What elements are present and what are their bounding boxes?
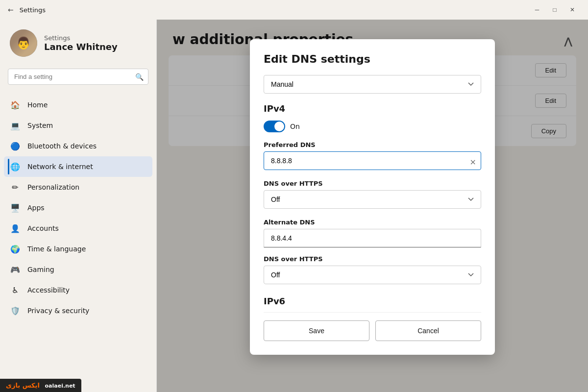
ipv6-section: IPv6 bbox=[264, 296, 481, 306]
sidebar-item-label: Apps bbox=[27, 204, 45, 212]
sidebar-item-label: Time & language bbox=[27, 245, 86, 253]
ipv4-toggle-label: On bbox=[290, 122, 300, 130]
sidebar-item-label: Network & internet bbox=[27, 163, 93, 171]
user-profile[interactable]: 👨 Settings Lance Whitney bbox=[0, 20, 156, 65]
sidebar-item-label: Bluetooth & devices bbox=[27, 142, 97, 150]
alternate-dns-label: Alternate DNS bbox=[264, 219, 481, 226]
settings-label: Settings bbox=[44, 34, 118, 42]
sidebar-item-system[interactable]: 💻 System bbox=[4, 115, 152, 136]
user-name: Lance Whitney bbox=[44, 42, 118, 52]
close-button[interactable]: ✕ bbox=[564, 4, 580, 16]
modal-overlay: Edit DNS settings Manual Automatic IPv4 … bbox=[157, 20, 588, 392]
title-bar-left: ← Settings bbox=[8, 6, 46, 14]
back-icon[interactable]: ← bbox=[8, 6, 14, 14]
main-layout: 👨 Settings Lance Whitney 🔍 🏠 Home bbox=[0, 20, 588, 392]
title-bar-controls: ─ □ ✕ bbox=[529, 4, 580, 16]
sidebar-item-apps[interactable]: 🖥️ Apps bbox=[4, 197, 152, 218]
window-title: Settings bbox=[20, 6, 46, 14]
ipv4-toggle-row: On bbox=[264, 121, 481, 132]
sidebar-item-gaming[interactable]: 🎮 Gaming bbox=[4, 259, 152, 280]
ipv4-heading: IPv4 bbox=[264, 103, 481, 114]
search-icon: 🔍 bbox=[135, 73, 144, 81]
search-input[interactable] bbox=[8, 69, 148, 85]
sidebar-item-network[interactable]: 🌐 Network & internet bbox=[4, 156, 152, 177]
sidebar-item-bluetooth[interactable]: 🔵 Bluetooth & devices bbox=[4, 136, 152, 156]
modal-footer: Save Cancel bbox=[264, 312, 481, 341]
dns-mode-select[interactable]: Manual Automatic bbox=[264, 75, 481, 94]
edit-dns-modal: Edit DNS settings Manual Automatic IPv4 … bbox=[250, 39, 495, 355]
sidebar-item-label: Gaming bbox=[27, 266, 54, 273]
sidebar-item-time[interactable]: 🌍 Time & language bbox=[4, 239, 152, 259]
personalization-icon: ✏️ bbox=[10, 182, 21, 193]
preferred-dns-clear-icon[interactable]: × bbox=[470, 157, 476, 167]
watermark: ایکس بازی oalaei.net bbox=[0, 379, 81, 392]
maximize-button[interactable]: □ bbox=[547, 4, 563, 16]
bluetooth-icon: 🔵 bbox=[10, 141, 21, 151]
main-content: w additional properties ⋀ Edit Edit Co bbox=[157, 20, 588, 392]
dns-https-1-select[interactable]: Off On bbox=[264, 190, 481, 209]
system-icon: 💻 bbox=[10, 120, 21, 131]
watermark-site: oalaei.net bbox=[45, 383, 75, 389]
dns-https-1-label: DNS over HTTPS bbox=[264, 180, 481, 187]
sidebar-item-privacy[interactable]: 🛡️ Privacy & security bbox=[4, 300, 152, 321]
alternate-dns-input[interactable] bbox=[264, 229, 481, 247]
minimize-button[interactable]: ─ bbox=[529, 4, 545, 16]
dns-https-2-select[interactable]: Off On bbox=[264, 266, 481, 284]
modal-title: Edit DNS settings bbox=[264, 53, 481, 65]
sidebar-item-label: Accessibility bbox=[27, 286, 70, 294]
gaming-icon: 🎮 bbox=[10, 264, 21, 275]
sidebar-item-accounts[interactable]: 👤 Accounts bbox=[4, 218, 152, 239]
user-info: Settings Lance Whitney bbox=[44, 34, 118, 52]
sidebar-item-label: Personalization bbox=[27, 183, 79, 191]
preferred-dns-label: Preferred DNS bbox=[264, 141, 481, 148]
avatar-image: 👨 bbox=[10, 29, 37, 57]
accessibility-icon: ♿ bbox=[10, 285, 21, 295]
cancel-button[interactable]: Cancel bbox=[375, 320, 481, 341]
nav-list: 🏠 Home 💻 System 🔵 Bluetooth & devices 🌐 … bbox=[0, 93, 156, 323]
accounts-icon: 👤 bbox=[10, 223, 21, 234]
sidebar-item-label: Privacy & security bbox=[27, 307, 89, 315]
sidebar-item-home[interactable]: 🏠 Home bbox=[4, 95, 152, 115]
sidebar-item-label: Accounts bbox=[27, 224, 59, 232]
preferred-dns-input[interactable] bbox=[264, 151, 481, 170]
privacy-icon: 🛡️ bbox=[10, 305, 21, 316]
home-icon: 🏠 bbox=[10, 99, 21, 110]
preferred-dns-wrapper: × bbox=[264, 151, 481, 172]
sidebar: 👨 Settings Lance Whitney 🔍 🏠 Home bbox=[0, 20, 157, 392]
sidebar-item-label: Home bbox=[27, 101, 48, 109]
sidebar-item-label: System bbox=[27, 122, 53, 129]
settings-window: ← Settings ─ □ ✕ 👨 Settings Lance Whitne… bbox=[0, 0, 588, 392]
sidebar-item-accessibility[interactable]: ♿ Accessibility bbox=[4, 280, 152, 300]
ipv6-heading: IPv6 bbox=[264, 296, 481, 306]
sidebar-item-personalization[interactable]: ✏️ Personalization bbox=[4, 177, 152, 197]
network-icon: 🌐 bbox=[10, 161, 21, 172]
save-button[interactable]: Save bbox=[264, 320, 369, 341]
time-icon: 🌍 bbox=[10, 244, 21, 254]
dns-https-2-label: DNS over HTTPS bbox=[264, 255, 481, 263]
ipv4-toggle[interactable] bbox=[264, 121, 285, 132]
title-bar: ← Settings ─ □ ✕ bbox=[0, 0, 588, 20]
watermark-text: ایکس بازی bbox=[6, 382, 40, 389]
search-box: 🔍 bbox=[8, 69, 148, 85]
avatar: 👨 bbox=[10, 29, 37, 57]
apps-icon: 🖥️ bbox=[10, 202, 21, 213]
